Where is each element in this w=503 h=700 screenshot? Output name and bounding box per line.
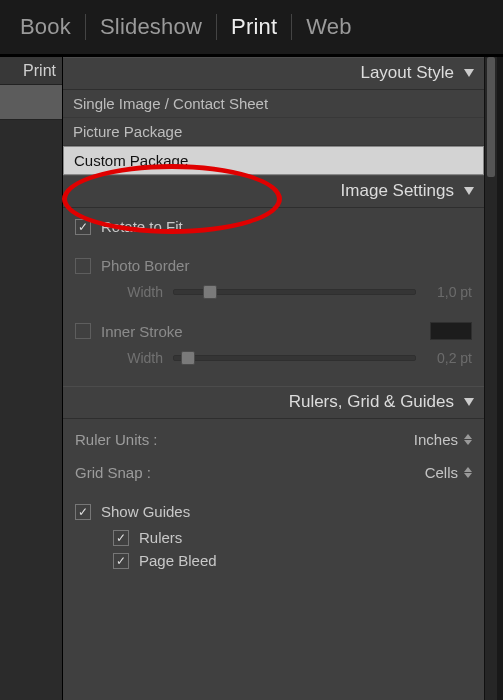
tab-print[interactable]: Print: [217, 14, 291, 40]
stepper-icon: [464, 467, 472, 478]
slider-label: Width: [113, 284, 163, 300]
layout-style-option-selected[interactable]: Custom Package: [63, 146, 484, 175]
collapse-icon: [464, 398, 474, 406]
layout-style-option[interactable]: Single Image / Contact Sheet: [63, 90, 484, 118]
collapse-icon: [464, 187, 474, 195]
checkbox-label: Show Guides: [101, 503, 190, 520]
scrollbar-thumb[interactable]: [487, 57, 495, 177]
checkbox-icon[interactable]: [75, 219, 91, 235]
inner-stroke-row[interactable]: Inner Stroke: [75, 316, 472, 346]
ruler-units-dropdown[interactable]: Inches: [414, 431, 472, 448]
show-guides-child[interactable]: Page Bleed: [75, 549, 472, 572]
setting-label: Ruler Units :: [75, 431, 158, 448]
checkbox-label: Photo Border: [101, 257, 189, 274]
panel-title: Image Settings: [341, 181, 454, 201]
collapse-icon: [464, 69, 474, 77]
panel-header-layout-style[interactable]: Layout Style: [63, 57, 484, 90]
show-guides-row[interactable]: Show Guides: [75, 497, 472, 526]
inner-stroke-width-row: Width 0,2 pt: [75, 346, 472, 376]
grid-snap-dropdown[interactable]: Cells: [425, 464, 472, 481]
show-guides-child[interactable]: Rulers: [75, 526, 472, 549]
dropdown-value: Cells: [425, 464, 458, 481]
checkbox-icon[interactable]: [113, 530, 129, 546]
module-tab-bar: Book Slideshow Print Web: [0, 0, 503, 54]
ruler-units-row: Ruler Units : Inches: [75, 423, 472, 456]
photo-border-row[interactable]: Photo Border: [75, 251, 472, 280]
setting-label: Grid Snap :: [75, 464, 151, 481]
checkbox-icon[interactable]: [75, 504, 91, 520]
dropdown-value: Inches: [414, 431, 458, 448]
slider-knob[interactable]: [203, 285, 217, 299]
image-settings-body: Rotate to Fit Photo Border Width 1,0 pt …: [63, 208, 484, 386]
tab-web[interactable]: Web: [292, 14, 365, 40]
layout-style-option[interactable]: Picture Package: [63, 118, 484, 146]
slider-knob[interactable]: [181, 351, 195, 365]
photo-border-width-row: Width 1,0 pt: [75, 280, 472, 310]
panel-header-image-settings[interactable]: Image Settings: [63, 175, 484, 208]
stepper-icon: [464, 434, 472, 445]
checkbox-label: Page Bleed: [139, 552, 217, 569]
rotate-to-fit-row[interactable]: Rotate to Fit: [75, 212, 472, 241]
vertical-scrollbar[interactable]: [484, 57, 497, 700]
left-panel-body: [0, 85, 62, 120]
panel-title: Layout Style: [360, 63, 454, 83]
color-swatch[interactable]: [430, 322, 472, 340]
panel-edge: [497, 57, 503, 700]
guides-body: Ruler Units : Inches Grid Snap : Cells: [63, 419, 484, 582]
checkbox-icon[interactable]: [113, 553, 129, 569]
slider-value: 1,0 pt: [426, 284, 472, 300]
photo-border-width-slider[interactable]: [173, 289, 416, 295]
tab-slideshow[interactable]: Slideshow: [86, 14, 216, 40]
checkbox-label: Inner Stroke: [101, 323, 183, 340]
inner-stroke-width-slider[interactable]: [173, 355, 416, 361]
right-panel-stack: Layout Style Single Image / Contact Shee…: [63, 57, 484, 700]
left-panel: Print: [0, 57, 63, 700]
panel-title: Rulers, Grid & Guides: [289, 392, 454, 412]
checkbox-label: Rulers: [139, 529, 182, 546]
layout-style-list: Single Image / Contact Sheet Picture Pac…: [63, 90, 484, 175]
grid-snap-row: Grid Snap : Cells: [75, 456, 472, 489]
tab-book[interactable]: Book: [6, 14, 85, 40]
checkbox-label: Rotate to Fit: [101, 218, 183, 235]
checkbox-icon[interactable]: [75, 258, 91, 274]
panel-header-guides[interactable]: Rulers, Grid & Guides: [63, 386, 484, 419]
slider-label: Width: [113, 350, 163, 366]
left-panel-title: Print: [0, 57, 62, 85]
slider-value: 0,2 pt: [426, 350, 472, 366]
checkbox-icon[interactable]: [75, 323, 91, 339]
